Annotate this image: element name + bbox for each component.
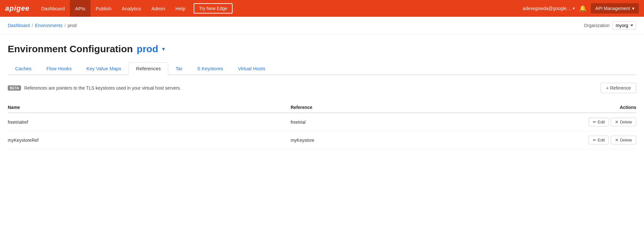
table-header-row: Name Reference Actions [8, 102, 636, 113]
row-name-0: freetrialref [8, 113, 291, 131]
table-row: freetrialreffreetrial✏ Edit✕ Delete [8, 113, 636, 131]
api-management-label: API Management [595, 6, 630, 11]
try-new-edge-button[interactable]: Try New Edge [194, 3, 232, 14]
nav-help[interactable]: Help [170, 0, 191, 17]
delete-button-0[interactable]: ✕ Delete [611, 118, 636, 126]
tabs: Caches Flow Hooks Key Value Maps Referen… [8, 62, 636, 75]
edit-button-0[interactable]: ✏ Edit [589, 118, 609, 126]
references-table: Name Reference Actions freetrialreffreet… [8, 102, 636, 149]
add-reference-button[interactable]: + Reference [601, 83, 636, 93]
action-buttons-1: ✏ Edit✕ Delete [511, 136, 636, 144]
breadcrumb-environments[interactable]: Environments [35, 23, 62, 28]
delete-icon: ✕ [615, 138, 619, 142]
nav-analytics[interactable]: Analytics [117, 0, 146, 17]
content: BETA References are pointers to the TLS … [0, 75, 644, 157]
nav-right: adevegowda@google.... ▾ 🔔 API Management… [523, 3, 639, 14]
page-title-row: Environment Configuration prod ▾ [8, 44, 636, 54]
api-management-arrow-icon: ▾ [632, 6, 634, 11]
col-header-name: Name [8, 102, 291, 113]
tab-tar[interactable]: Tar [168, 62, 190, 74]
nav-user-email: adevegowda@google.... [523, 6, 572, 11]
table-row: myKeystoreRefmyKeystore✏ Edit✕ Delete [8, 131, 636, 149]
row-actions-1: ✏ Edit✕ Delete [511, 131, 636, 149]
tab-virtual-hosts[interactable]: Virtual Hosts [231, 62, 273, 74]
nav-user[interactable]: adevegowda@google.... ▾ [523, 6, 575, 11]
tab-caches[interactable]: Caches [8, 62, 39, 74]
breadcrumb-sep1: / [32, 23, 33, 28]
nav-admin[interactable]: Admin [146, 0, 170, 17]
edit-icon: ✏ [593, 138, 596, 142]
tab-key-value-maps[interactable]: Key Value Maps [79, 62, 129, 74]
breadcrumb: Dashboard / Environments / prod [8, 23, 77, 28]
col-header-reference: Reference [291, 102, 511, 113]
org-label: Organization [584, 23, 610, 28]
user-dropdown-arrow-icon: ▾ [573, 6, 575, 11]
beta-description: References are pointers to the TLS keyst… [24, 85, 181, 91]
tab-references[interactable]: References [129, 62, 168, 75]
nav-dashboard[interactable]: Dashboard [36, 0, 70, 17]
delete-button-1[interactable]: ✕ Delete [611, 136, 636, 144]
col-header-actions: Actions [511, 102, 636, 113]
env-name[interactable]: prod [137, 44, 158, 54]
breadcrumb-current: prod [68, 23, 77, 28]
page-header: Environment Configuration prod ▾ Caches … [0, 34, 644, 75]
row-name-1: myKeystoreRef [8, 131, 291, 149]
row-reference-1: myKeystore [291, 131, 511, 149]
row-actions-0: ✏ Edit✕ Delete [511, 113, 636, 131]
tab-flow-hooks[interactable]: Flow Hooks [39, 62, 79, 74]
org-select[interactable]: myorg [612, 21, 636, 30]
breadcrumb-dashboard[interactable]: Dashboard [8, 23, 30, 28]
api-management-button[interactable]: API Management ▾ [591, 3, 639, 14]
top-nav: apigee Dashboard APIs Publish Analytics … [0, 0, 644, 17]
breadcrumb-sep2: / [64, 23, 66, 28]
row-reference-0: freetrial [291, 113, 511, 131]
breadcrumb-bar: Dashboard / Environments / prod Organiza… [0, 17, 644, 34]
edit-icon: ✏ [593, 120, 596, 124]
env-dropdown-arrow-icon[interactable]: ▾ [162, 45, 165, 53]
beta-badge: BETA [8, 85, 21, 91]
apigee-logo: apigee [5, 4, 30, 13]
org-selector: Organization myorg [584, 21, 636, 30]
nav-publish[interactable]: Publish [91, 0, 117, 17]
delete-icon: ✕ [615, 120, 619, 124]
edit-button-1[interactable]: ✏ Edit [589, 136, 609, 144]
notification-bell-icon[interactable]: 🔔 [579, 5, 586, 12]
action-buttons-0: ✏ Edit✕ Delete [511, 118, 636, 126]
tab-s-keystores[interactable]: S Keystores [190, 62, 231, 74]
beta-banner-left: BETA References are pointers to the TLS … [8, 85, 181, 91]
nav-links: Dashboard APIs Publish Analytics Admin H… [36, 0, 523, 17]
page-title: Environment Configuration [8, 44, 133, 54]
beta-banner: BETA References are pointers to the TLS … [8, 83, 636, 93]
nav-apis[interactable]: APIs [70, 0, 91, 17]
